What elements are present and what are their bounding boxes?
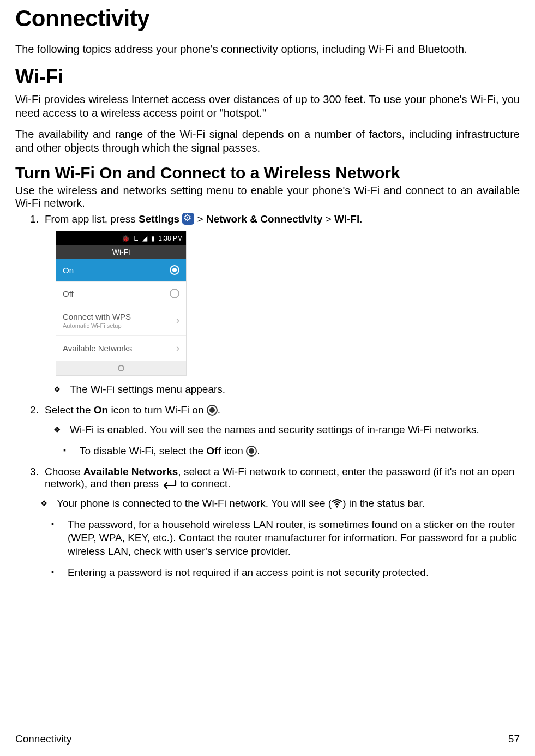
enter-key-icon: [161, 480, 177, 489]
step-3: Choose Available Networks, select a Wi-F…: [41, 466, 520, 580]
phone-row-off: Off: [56, 282, 186, 305]
radio-off-icon: [170, 289, 179, 298]
step-2-end: .: [218, 404, 220, 416]
sub-note-list-1: To disable Wi-Fi, select the Off icon .: [45, 445, 520, 458]
note-2: Wi-Fi is enabled. You will see the names…: [67, 424, 520, 436]
step-1-sep: >: [322, 213, 334, 225]
wifi-paragraph-2: The availability and range of the Wi-Fi …: [15, 128, 520, 155]
step-2-on: On: [94, 404, 108, 416]
step-1-mid: >: [194, 213, 206, 225]
page-footer: Connectivity 57: [15, 733, 520, 745]
radio-on-inline-icon: [207, 405, 218, 416]
chevron-right-icon: ›: [176, 315, 179, 326]
footer-page-number: 57: [508, 733, 520, 745]
sq1-pre: To disable Wi-Fi, select the: [80, 445, 206, 457]
note-list-1: The Wi-Fi settings menu appears.: [45, 383, 520, 395]
sq1-off: Off: [206, 445, 221, 457]
sub-note-3: Entering a password is not required if a…: [64, 566, 520, 580]
steps-list: From app list, press Settings > Network …: [26, 213, 520, 579]
wifi-icon: [332, 499, 342, 508]
phone-wifi-header: Wi-Fi: [56, 245, 186, 259]
turn-wifi-intro: Use the wireless and networks setting me…: [15, 184, 520, 209]
phone-row-wps-sub: Automatic Wi-Fi setup: [63, 322, 131, 329]
statusbar-time: 1:38 PM: [158, 235, 183, 242]
radio-off-inline-icon: [246, 446, 257, 457]
sq1-end: .: [257, 445, 260, 457]
svg-point-0: [336, 506, 338, 507]
chevron-right-icon: ›: [176, 343, 179, 354]
step-1-settings: Settings: [139, 213, 179, 225]
step-2-post: icon to turn Wi-Fi on: [108, 404, 207, 416]
title-divider: [15, 35, 520, 35]
phone-screenshot: 🐞 E ◢ ▮ 1:38 PM Wi-Fi On Off Connect wit…: [56, 231, 187, 376]
phone-statusbar: 🐞 E ◢ ▮ 1:38 PM: [56, 231, 186, 245]
step-1: From app list, press Settings > Network …: [41, 213, 520, 395]
step-1-wifi: Wi-Fi: [334, 213, 359, 225]
phone-row-wps-label: Connect with WPS: [63, 312, 131, 321]
wifi-heading: Wi-Fi: [15, 65, 520, 88]
radio-on-icon: [170, 265, 179, 275]
phone-row-available: Available Networks ›: [56, 336, 186, 361]
phone-row-on: On: [56, 259, 186, 282]
dia3-pre: Your phone is connected to the Wi-Fi net…: [57, 497, 332, 509]
note-1: The Wi-Fi settings menu appears.: [67, 383, 520, 395]
note-3: Your phone is connected to the Wi-Fi net…: [53, 497, 520, 509]
step-1-pre: From app list, press: [45, 213, 139, 225]
step-3-avail: Available Networks: [83, 466, 178, 477]
settings-icon: [182, 213, 194, 225]
dia3-post: ) in the status bar.: [342, 497, 425, 509]
step-3-post: to connect.: [177, 478, 230, 489]
step-2: Select the On icon to turn Wi-Fi on . Wi…: [41, 404, 520, 458]
note-list-3: Your phone is connected to the Wi-Fi net…: [45, 497, 520, 509]
wifi-paragraph-1: Wi-Fi provides wireless Internet access …: [15, 93, 520, 120]
sq1-post: icon: [221, 445, 246, 457]
footer-section-name: Connectivity: [15, 733, 72, 745]
phone-row-wps: Connect with WPS Automatic Wi-Fi setup ›: [56, 305, 186, 336]
page-title: Connectivity: [15, 5, 520, 32]
sub-note-2: The password, for a household wireless L…: [64, 518, 520, 559]
phone-row-available-label: Available Networks: [63, 344, 132, 353]
step-3-pre: Choose: [45, 466, 83, 477]
phone-navbar: [56, 361, 186, 375]
sub-note-1: To disable Wi-Fi, select the Off icon .: [76, 445, 520, 458]
note-list-2: Wi-Fi is enabled. You will see the names…: [45, 424, 520, 436]
step-2-pre: Select the: [45, 404, 94, 416]
nav-home-icon: [118, 365, 124, 371]
step-1-end: .: [359, 213, 362, 225]
phone-row-off-label: Off: [63, 289, 74, 298]
phone-row-on-label: On: [63, 266, 74, 275]
intro-text: The following topics address your phone'…: [15, 43, 520, 56]
statusbar-icons: 🐞 E ◢ ▮: [122, 235, 156, 242]
step-1-net: Network & Connectivity: [206, 213, 322, 225]
turn-wifi-heading: Turn Wi-Fi On and Connect to a Wireless …: [15, 164, 520, 182]
sub-note-list-2: The password, for a household wireless L…: [45, 518, 520, 580]
